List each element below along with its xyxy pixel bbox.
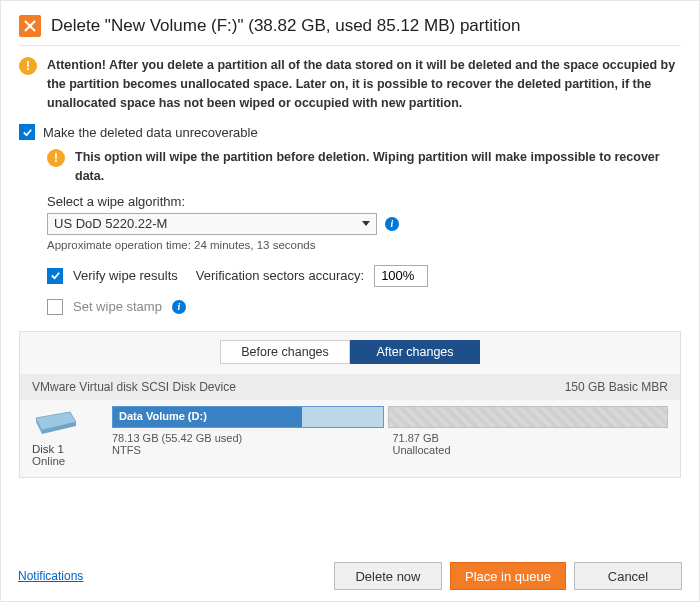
verify-label: Verify wipe results [73,268,178,283]
unallocated-size: 71.87 GB [392,432,450,444]
volume-bar[interactable]: Data Volume (D:) [112,406,384,428]
unallocated-label: Unallocated [392,444,450,456]
warning-icon: ! [19,57,37,75]
warning-icon: ! [47,149,65,167]
volume-size: 78.13 GB (55.42 GB used) [112,432,384,444]
stamp-checkbox[interactable] [47,299,63,315]
tab-after-changes[interactable]: After changes [350,340,480,364]
disk-icon [32,408,80,436]
chevron-down-icon [362,221,370,226]
unrecoverable-warning: This option will wipe the partition befo… [75,148,681,186]
cancel-button[interactable]: Cancel [574,562,682,590]
stamp-label: Set wipe stamp [73,299,162,314]
attention-warning: ! Attention! After you delete a partitio… [19,56,681,112]
notifications-link[interactable]: Notifications [18,569,83,583]
disk-name: Disk 1 [32,443,112,455]
place-in-queue-button[interactable]: Place in queue [450,562,566,590]
delete-now-button[interactable]: Delete now [334,562,442,590]
algorithm-dropdown[interactable]: US DoD 5220.22-M [47,213,377,235]
disk-device: VMware Virtual disk SCSI Disk Device [32,380,236,394]
unrecoverable-label: Make the deleted data unrecoverable [43,125,258,140]
page-title: Delete "New Volume (F:)" (38.82 GB, used… [51,16,520,36]
volume-fs: NTFS [112,444,384,456]
disk-status: Online [32,455,112,467]
accuracy-label: Verification sectors accuracy: [196,268,364,283]
divider [19,45,681,46]
preview-panel: Before changes After changes VMware Virt… [19,331,681,478]
unallocated-bar[interactable] [388,406,668,428]
unrecoverable-checkbox[interactable] [19,124,35,140]
attention-text: Attention! After you delete a partition … [47,56,681,112]
volume-label: Data Volume (D:) [113,407,383,425]
info-icon[interactable]: i [172,300,186,314]
tab-before-changes[interactable]: Before changes [220,340,350,364]
close-icon[interactable] [19,15,41,37]
algorithm-selected: US DoD 5220.22-M [54,216,167,231]
disk-summary: 150 GB Basic MBR [565,380,668,394]
info-icon[interactable]: i [385,217,399,231]
accuracy-input[interactable] [374,265,428,287]
algorithm-label: Select a wipe algorithm: [47,194,681,209]
approx-time: Approximate operation time: 24 minutes, … [47,239,681,251]
verify-checkbox[interactable] [47,268,63,284]
